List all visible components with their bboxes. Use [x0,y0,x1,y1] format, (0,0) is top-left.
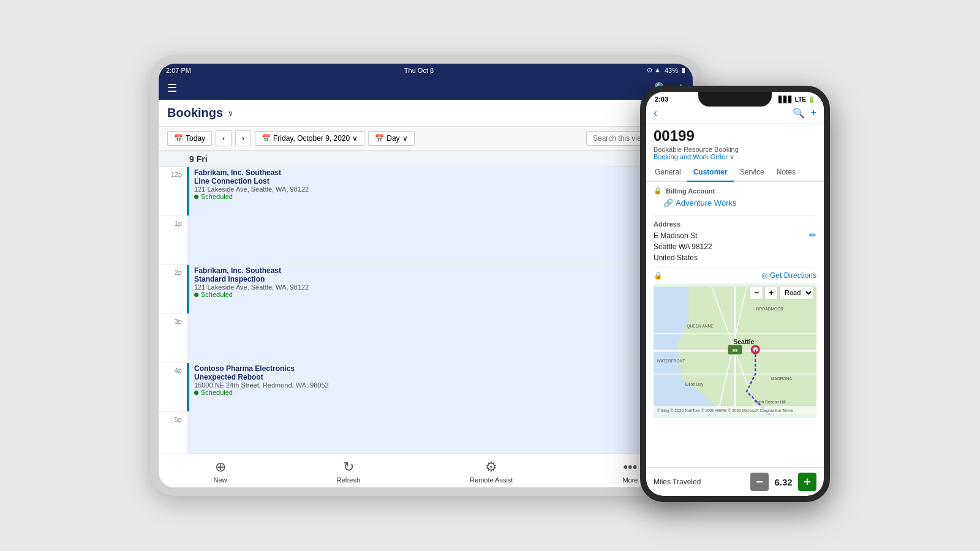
refresh-button[interactable]: ↻ Refresh [337,459,361,484]
phone-content: 🔒 Billing Account 🔗 Adventure Works Addr… [646,182,824,467]
slot-content-1p [187,216,693,264]
time-slot-1p: 1p [159,216,693,265]
miles-value: 6.32 [772,477,794,487]
tablet-status-bar: 2:07 PM Thu Oct 8 ⊙ ▲ 43% ▮ [159,64,693,77]
bookings-chevron: ∨ [228,109,233,118]
address-line1: E Madison St [654,230,712,241]
tab-general[interactable]: General [649,163,687,182]
calendar-grid: 12p Fabrikam, Inc. Southeast Line Connec… [159,167,693,454]
tab-service[interactable]: Service [734,163,771,182]
time-slot-12p: 12p Fabrikam, Inc. Southeast Line Connec… [159,167,693,216]
search-icon[interactable]: 🔍 [793,107,805,119]
tablet-screen: 2:07 PM Thu Oct 8 ⊙ ▲ 43% ▮ ☰ 🔍 + Bookin… [159,64,693,487]
new-button[interactable]: ⊕ New [214,459,227,484]
booking-card[interactable]: Fabrikam, Inc. Southeast Line Connection… [194,168,690,200]
phone-screen: 2:03 ▋▋▋ LTE 🔋 ‹ 🔍 + 00199 Bookable Reso… [646,92,824,496]
order-number: 00199 [646,124,824,144]
phone-notch [698,92,772,107]
status-dot [194,391,198,395]
time-label-2p: 2p [159,265,187,313]
time-slot-4p: 4p Contoso Pharma Electronics Unexpected… [159,363,693,412]
slot-content-12p: Fabrikam, Inc. Southeast Line Connection… [187,167,693,216]
remote-assist-icon: ⚙ [485,459,497,475]
more-icon: ••• [623,459,637,475]
booking-address: 121 Lakeside Ave, Seattle, WA, 98122 [194,186,690,193]
tablet-device: 2:07 PM Thu Oct 8 ⊙ ▲ 43% ▮ ☰ 🔍 + Bookin… [150,55,701,496]
booking-status: Scheduled [194,389,690,396]
address-line2: Seattle WA 98122 [654,241,712,252]
day-button[interactable]: 📅 Day ∨ [368,131,414,146]
tablet-battery: 43% [665,67,678,74]
address-label: Address [654,220,816,228]
today-button[interactable]: 📅 Today [167,131,212,146]
svg-text:Elliott Bay: Elliott Bay [685,382,704,387]
slot-content-3p [187,314,693,362]
more-button[interactable]: ••• More [622,459,638,484]
booking-card[interactable]: Contoso Pharma Electronics Unexpected Re… [194,364,690,396]
next-button[interactable]: › [235,130,251,146]
phone-signal-bars: ▋▋▋ [778,96,793,103]
link-icon: 🔗 [663,198,673,208]
time-label-4p: 4p [159,363,187,411]
booking-status: Scheduled [194,193,690,200]
billing-account-value: 🔗 Adventure Works [654,197,816,212]
svg-text:© Bing  © 2020 TomTom  © 2020 : © Bing © 2020 TomTom © 2020 HERE © 2020 … [657,408,794,413]
address-line3: United States [654,252,712,263]
booking-company: Fabrikam, Inc. Southeast [194,168,690,177]
status-dot [194,195,198,199]
tablet-header: Bookings ∨ [159,100,693,127]
time-label-12p: 12p [159,167,187,216]
refresh-icon: ↻ [343,459,354,475]
booking-status: Scheduled [194,291,690,298]
time-slot-3p: 3p [159,314,693,363]
svg-text:99: 99 [733,348,737,353]
miles-control: − 6.32 + [750,473,816,491]
directions-row: 🔒 ◎ Get Directions [654,267,816,280]
tablet-bottom-bar: ⊕ New ↻ Refresh ⚙ Remote Assist ••• More [159,454,693,487]
lock-icon: 🔒 [654,187,662,195]
booking-task: Line Connection Lost [194,177,690,186]
phone-battery-icon: 🔋 [808,96,815,103]
tab-customer[interactable]: Customer [687,163,734,182]
svg-text:Seattle: Seattle [733,339,754,345]
map-zoom-in[interactable]: + [764,286,778,299]
back-button[interactable]: ‹ [654,107,657,119]
billing-account-link[interactable]: Adventure Works [676,198,736,208]
get-directions-button[interactable]: ◎ Get Directions [761,271,816,280]
remote-assist-button[interactable]: ⚙ Remote Assist [470,459,513,484]
edit-icon[interactable]: ✏ [809,230,816,240]
time-slot-5p: 5p [159,412,693,454]
chevron-down-icon: ∨ [352,134,358,143]
map-container: − + Road [654,283,816,418]
billing-account-header: 🔒 Billing Account [654,187,816,195]
calendar-icon: 📅 [174,134,183,143]
chevron-down-icon: ∨ [729,153,734,160]
miles-plus-button[interactable]: + [798,473,816,491]
directions-icon: ◎ [761,271,767,280]
slot-content-4p: Contoso Pharma Electronics Unexpected Re… [187,363,693,411]
order-subtitle-link[interactable]: Booking and Work Order [654,153,728,160]
phone-device: 2:03 ▋▋▋ LTE 🔋 ‹ 🔍 + 00199 Bookable Reso… [640,86,830,502]
slot-content-5p [187,412,693,454]
tablet-date: Thu Oct 8 [404,67,434,74]
map-toolbar: − + Road [750,286,814,299]
phone-lte: LTE [795,96,806,103]
booking-card[interactable]: Fabrikam, Inc. Southeast Standard Inspec… [194,266,690,298]
map-type-select[interactable]: Road [779,286,814,299]
tab-notes[interactable]: Notes [771,163,802,182]
day-calendar-icon: 📅 [375,134,384,143]
battery-icon: ▮ [682,66,685,74]
booking-task: Standard Inspection [194,275,690,283]
add-icon[interactable]: + [811,107,816,119]
prev-button[interactable]: ‹ [216,130,232,146]
tablet-toolbar: 📅 Today ‹ › 📅 Friday, October 9, 2020 ∨ … [159,127,693,151]
time-slot-2p: 2p Fabrikam, Inc. Southeast Standard Ins… [159,265,693,314]
phone-nav: ‹ 🔍 + [646,104,824,124]
phone-time: 2:03 [655,96,668,103]
map-zoom-out[interactable]: − [750,286,763,299]
lock-icon: 🔒 [654,271,663,280]
miles-label: Miles Traveled [654,478,701,486]
date-display: 📅 Friday, October 9, 2020 ∨ [255,131,364,146]
miles-minus-button[interactable]: − [750,473,769,491]
hamburger-icon[interactable]: ☰ [167,81,177,95]
